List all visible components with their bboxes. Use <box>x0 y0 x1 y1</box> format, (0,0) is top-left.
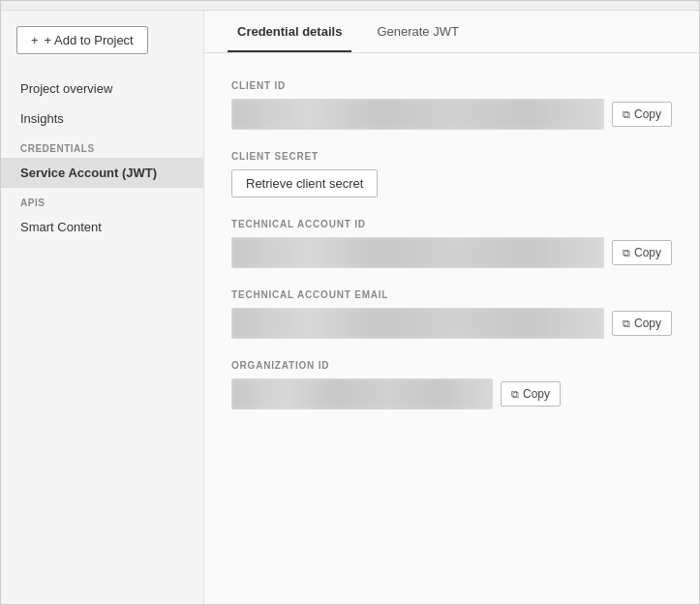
retrieve-client-secret-label: Retrieve client secret <box>246 176 363 191</box>
sidebar-item-insights[interactable]: Insights <box>1 104 203 134</box>
organization-id-value <box>231 378 493 409</box>
client-id-blur <box>231 99 604 130</box>
technical-account-email-copy-button[interactable]: ⧉ Copy <box>612 311 672 336</box>
smart-content-label: Smart Content <box>20 220 102 234</box>
add-to-project-button[interactable]: + + Add to Project <box>16 26 148 54</box>
client-secret-section: CLIENT SECRET Retrieve client secret <box>231 151 672 197</box>
main-content: Credential details Generate JWT CLIENT I… <box>204 11 699 604</box>
technical-account-id-copy-button[interactable]: ⧉ Copy <box>612 240 672 265</box>
technical-account-id-section: TECHNICAL ACCOUNT ID ⧉ Copy <box>231 219 672 268</box>
technical-account-email-section: TECHNICAL ACCOUNT EMAIL ⧉ Copy <box>231 289 672 339</box>
credentials-section-label: CREDENTIALS <box>1 134 203 158</box>
copy-icon-tech-email: ⧉ <box>623 318 630 330</box>
copy-icon-client-id: ⧉ <box>623 108 630 121</box>
technical-account-id-copy-label: Copy <box>634 246 661 259</box>
organization-id-blur <box>231 378 493 409</box>
sidebar-item-project-overview[interactable]: Project overview <box>1 74 203 104</box>
content-area: CLIENT ID ⧉ Copy CLIENT SECRET <box>204 53 699 458</box>
technical-account-id-row: ⧉ Copy <box>231 237 672 268</box>
organization-id-copy-button[interactable]: ⧉ Copy <box>501 381 561 407</box>
window-top-bar <box>1 1 699 11</box>
retrieve-client-secret-button[interactable]: Retrieve client secret <box>231 169 378 197</box>
client-secret-row: Retrieve client secret <box>231 169 672 197</box>
client-id-value <box>231 99 604 130</box>
sidebar-item-service-account[interactable]: Service Account (JWT) <box>1 158 203 188</box>
technical-account-email-row: ⧉ Copy <box>231 308 672 339</box>
tab-generate-jwt[interactable]: Generate JWT <box>367 11 469 52</box>
technical-account-email-label: TECHNICAL ACCOUNT EMAIL <box>231 289 672 300</box>
client-id-copy-button[interactable]: ⧉ Copy <box>612 102 672 127</box>
technical-account-email-copy-label: Copy <box>634 317 661 330</box>
client-id-copy-label: Copy <box>634 107 661 121</box>
technical-account-id-label: TECHNICAL ACCOUNT ID <box>231 219 672 229</box>
add-to-project-label: + Add to Project <box>45 33 134 47</box>
apis-section-label: APIS <box>1 188 203 212</box>
technical-account-email-value <box>231 308 604 339</box>
tab-credential-details[interactable]: Credential details <box>228 11 351 52</box>
copy-icon-org-id: ⧉ <box>511 388 519 401</box>
sidebar: + + Add to Project Project overview Insi… <box>1 11 204 604</box>
tab-generate-jwt-label: Generate JWT <box>377 24 459 39</box>
plus-icon: + <box>31 33 39 47</box>
organization-id-row: ⧉ Copy <box>231 378 672 409</box>
technical-account-id-value <box>231 237 604 268</box>
window-body: + + Add to Project Project overview Insi… <box>1 11 699 604</box>
tabs-bar: Credential details Generate JWT <box>204 11 699 53</box>
insights-label: Insights <box>20 111 64 126</box>
client-id-section: CLIENT ID ⧉ Copy <box>231 80 672 130</box>
technical-account-email-blur <box>231 308 604 339</box>
technical-account-id-blur <box>231 237 604 268</box>
client-secret-label: CLIENT SECRET <box>231 151 672 162</box>
project-overview-label: Project overview <box>20 81 112 96</box>
service-account-label: Service Account (JWT) <box>20 166 157 180</box>
copy-icon-tech-id: ⧉ <box>623 247 630 259</box>
organization-id-copy-label: Copy <box>523 387 550 401</box>
organization-id-section: ORGANIZATION ID ⧉ Copy <box>231 360 672 409</box>
sidebar-item-smart-content[interactable]: Smart Content <box>1 212 203 242</box>
organization-id-label: ORGANIZATION ID <box>231 360 672 371</box>
client-id-row: ⧉ Copy <box>231 99 672 130</box>
client-id-label: CLIENT ID <box>231 80 672 91</box>
main-window: + + Add to Project Project overview Insi… <box>0 0 700 605</box>
tab-credential-details-label: Credential details <box>237 24 342 39</box>
